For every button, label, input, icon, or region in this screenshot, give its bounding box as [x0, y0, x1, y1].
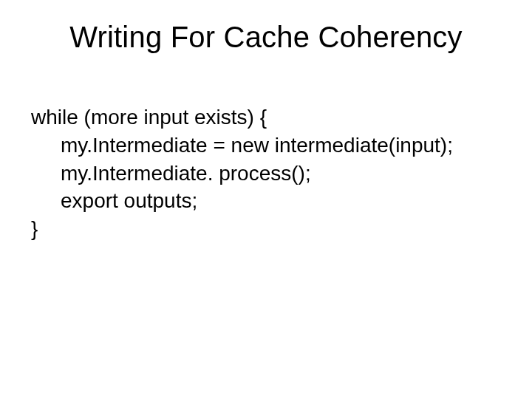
code-line-4: export outputs; — [31, 187, 501, 215]
code-line-5: } — [31, 217, 38, 240]
code-block: while (more input exists) { my.Intermedi… — [31, 103, 501, 243]
slide-title: Writing For Cache Coherency — [0, 21, 532, 54]
code-line-1: while (more input exists) { — [31, 106, 267, 129]
code-line-2: my.Intermediate = new intermediate(input… — [31, 132, 501, 160]
code-line-3: my.Intermediate. process(); — [31, 160, 501, 188]
slide: Writing For Cache Coherency while (more … — [0, 0, 532, 399]
